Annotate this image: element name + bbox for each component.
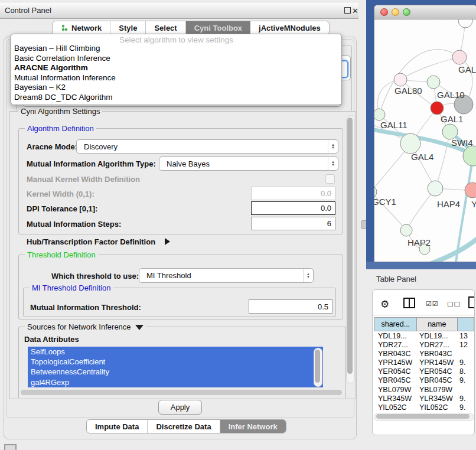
- tab-jactivemnodules[interactable]: jActiveMNodules: [250, 21, 329, 35]
- float-icon[interactable]: [344, 7, 351, 14]
- table-row[interactable]: YER054CYER054C8.: [374, 367, 474, 376]
- table-row[interactable]: YBL079WYBL079W: [374, 386, 474, 394]
- table-cell: YBR045C: [416, 376, 456, 385]
- zoom-traffic-icon[interactable]: [403, 8, 410, 16]
- network-window-titlebar[interactable]: [374, 5, 476, 19]
- toolbar-divider: [373, 315, 474, 315]
- tab-select[interactable]: Select: [146, 21, 185, 35]
- which-threshold-label: Which threshold to use:: [51, 272, 139, 281]
- mi-type-label: Mutual Information Algorithm Type:: [27, 159, 156, 168]
- mi-threshold-label: Mutual Information Threshold:: [30, 303, 141, 312]
- table-cell: YLR345W: [374, 394, 416, 403]
- network-node[interactable]: [452, 50, 467, 64]
- node-label: HAP2: [407, 237, 431, 247]
- algorithm-option[interactable]: Mutual Information Inference: [11, 73, 341, 83]
- network-node[interactable]: [458, 19, 472, 28]
- column-header-shared[interactable]: shared...: [374, 317, 417, 331]
- data-attribute-item[interactable]: gal4RGexp: [28, 377, 323, 387]
- tab-network[interactable]: Network: [53, 21, 110, 35]
- unchecked-boxes-icon[interactable]: ▢▢: [447, 300, 461, 308]
- columns-icon[interactable]: [403, 298, 415, 308]
- data-attributes-list[interactable]: SelfLoopsTopologicalCoefficientBetweenne…: [28, 347, 323, 387]
- algorithm-definition-legend: Algorithm Definition: [25, 124, 96, 133]
- tab-cyni-toolbox[interactable]: Cyni Toolbox: [186, 21, 250, 35]
- node-label: GAL1: [441, 114, 463, 124]
- manual-kernel-label: Manual Kernel Width Definition: [27, 175, 140, 184]
- tab-discretize-data[interactable]: Discretize Data: [148, 420, 220, 433]
- data-attribute-item[interactable]: BetweennessCentrality: [28, 367, 323, 377]
- mi-steps-field[interactable]: 6: [251, 217, 335, 230]
- table-cell: YIL052C: [416, 403, 456, 412]
- settings-horizontal-scrollbar[interactable]: [21, 390, 342, 395]
- table-row[interactable]: YDR27...YDR27...12: [374, 341, 474, 350]
- algorithm-option[interactable]: Bayesian – K2: [11, 83, 341, 93]
- data-attribute-item[interactable]: SelfLoops: [28, 347, 323, 357]
- table-body: YDL19...YDL19...13YDR27...YDR27...12YBR0…: [374, 332, 474, 412]
- mi-type-combobox[interactable]: Naive Bayes ▲▼: [159, 156, 338, 171]
- sources-legend[interactable]: Sources for Network Inference: [25, 322, 146, 331]
- column-header-third[interactable]: [458, 317, 474, 331]
- data-attribute-item[interactable]: TopologicalCoefficient: [28, 357, 323, 367]
- sources-vertical-scrollbar[interactable]: [314, 348, 322, 387]
- node-label: SWI4: [451, 138, 473, 148]
- collapse-down-icon[interactable]: [135, 325, 144, 330]
- close-icon[interactable]: ✕: [352, 8, 358, 14]
- table-row[interactable]: YPR145WYPR145W9.: [374, 358, 474, 367]
- network-node[interactable]: [400, 133, 420, 154]
- kernel-width-label: Kernel Width (0,1):: [27, 190, 94, 198]
- table-horizontal-scrollbar[interactable]: [374, 413, 474, 421]
- document-icon[interactable]: [468, 296, 475, 308]
- network-tab-icon: [61, 24, 69, 32]
- table-cell: YPR145W: [416, 358, 456, 367]
- network-node[interactable]: [374, 109, 385, 120]
- table-row[interactable]: YBR043CYBR043C: [374, 350, 474, 358]
- chevron-updown-icon: ▲▼: [328, 157, 338, 170]
- network-node[interactable]: [400, 224, 412, 236]
- column-header-name[interactable]: name: [417, 317, 458, 331]
- table-cell: YDR27...: [416, 341, 456, 350]
- close-traffic-icon[interactable]: [380, 8, 388, 16]
- gear-icon[interactable]: ⚙: [380, 298, 389, 311]
- network-node[interactable]: [428, 181, 443, 196]
- table-cell: YDL19...: [416, 332, 456, 341]
- popup-item-list: Bayesian – Hill ClimbingBasic Correlatio…: [11, 44, 341, 103]
- manual-kernel-checkbox[interactable]: [325, 174, 335, 184]
- hub-definition-label[interactable]: Hub/Transcription Factor Definition: [27, 237, 155, 246]
- settings-vertical-scrollbar[interactable]: [346, 115, 355, 383]
- table-row[interactable]: YDL19...YDL19...13: [374, 332, 474, 341]
- tab-impute-data[interactable]: Impute Data: [87, 420, 148, 433]
- dpi-tolerance-field[interactable]: 0.0: [251, 201, 335, 215]
- table-cell: YPR145W: [374, 358, 416, 367]
- which-threshold-combobox[interactable]: MI Threshold ▲▼: [139, 268, 314, 283]
- network-node[interactable]: [431, 102, 444, 115]
- desktop-background-band: [366, 262, 476, 269]
- floating-mini-window: [4, 444, 17, 450]
- settings-legend: Cyni Algorithm Settings: [18, 107, 102, 116]
- node-label: Y: [471, 199, 476, 209]
- checked-boxes-icon[interactable]: ☑☑: [426, 300, 439, 308]
- table-row[interactable]: YLR345WYLR345W9.: [374, 394, 474, 403]
- minimize-traffic-icon[interactable]: [392, 8, 399, 16]
- mi-threshold-field[interactable]: 0.5: [249, 299, 332, 314]
- tab-infer-network[interactable]: Infer Network: [220, 420, 286, 433]
- table-cell: 9.: [456, 376, 474, 385]
- algorithm-option[interactable]: Dream8 DC_TDC Algorithm: [11, 93, 341, 103]
- table-row[interactable]: YIL052CYIL052C9.: [374, 403, 474, 412]
- aracne-mode-combobox[interactable]: Discovery ▲▼: [76, 139, 338, 154]
- expand-right-icon[interactable]: [165, 238, 170, 245]
- algorithm-option[interactable]: Basic Correlation Inference: [11, 54, 341, 64]
- network-node[interactable]: [374, 186, 377, 198]
- table-row[interactable]: YBR045CYBR045C9.: [374, 376, 474, 385]
- table-cell: [456, 350, 474, 358]
- algorithm-option[interactable]: ARACNE Algorithm: [11, 63, 341, 73]
- network-node[interactable]: [427, 76, 440, 89]
- apply-button[interactable]: Apply: [158, 400, 202, 415]
- table-cell: YDR27...: [374, 341, 416, 350]
- table-cell: 8.: [456, 367, 474, 376]
- network-canvas[interactable]: GALGAL80GAL10GAL1GAL11SWI4GAL4GCY1HAP4YH…: [374, 19, 476, 262]
- network-node[interactable]: [394, 73, 407, 86]
- algorithm-option[interactable]: Bayesian – Hill Climbing: [11, 44, 341, 54]
- table-panel: ⚙ ☑☑ ▢▢ shared... name YDL19...YDL19...1…: [372, 289, 475, 435]
- tab-style[interactable]: Style: [110, 21, 146, 35]
- network-view-window[interactable]: GALGAL80GAL10GAL1GAL11SWI4GAL4GCY1HAP4YH…: [374, 5, 476, 262]
